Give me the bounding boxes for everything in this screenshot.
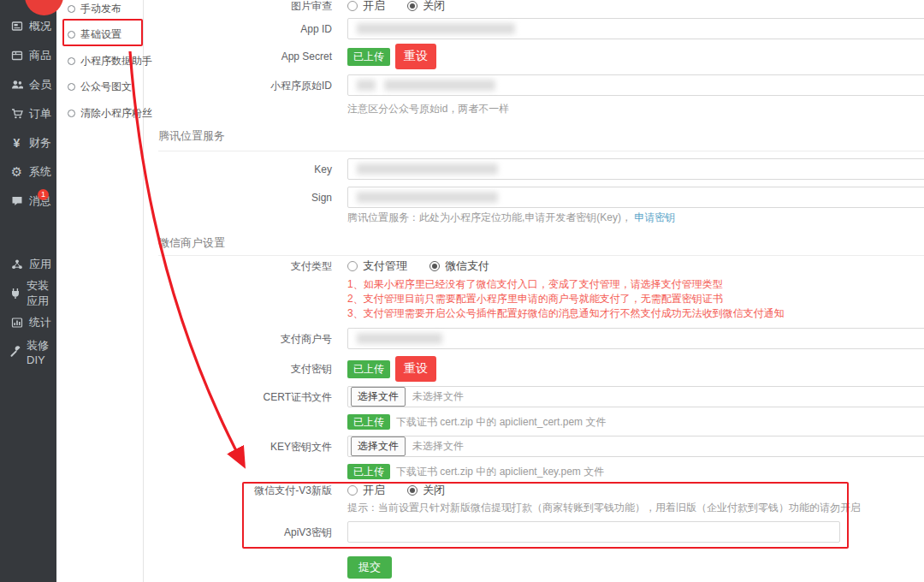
merchant-no-row: 支付商户号 <box>144 328 924 350</box>
choose-file-button[interactable]: 选择文件 <box>351 436 406 456</box>
submenu-item-label: 清除小程序粉丝 <box>80 106 152 121</box>
sidebar-item-apps[interactable]: 应用 <box>0 250 56 279</box>
page: 概况 商品 会员 订单 ¥ 财务 ⚙ 系统 消息 1 应用 <box>0 0 924 582</box>
radio-unchecked-icon[interactable] <box>347 485 358 496</box>
v3-option-on[interactable]: 开启 <box>347 483 385 498</box>
radio-unchecked-icon[interactable] <box>347 261 358 271</box>
section-divider <box>158 151 924 151</box>
key-file-note: 下载证书 cert.zip 中的 apiclient_key.pem 文件 <box>396 465 604 479</box>
sidebar-item-label: 订单 <box>29 106 51 122</box>
settings-submenu: 手动发布 基础设置 小程序数据助手 公众号图文 清除小程序粉丝 <box>56 0 144 582</box>
members-icon <box>9 79 24 91</box>
section-divider <box>158 255 924 256</box>
location-key-row: Key <box>144 158 924 181</box>
pay-type-label: 支付类型 <box>144 260 347 272</box>
sidebar-item-label: 系统 <box>29 164 51 180</box>
original-id-hint: 注意区分公众号原始id，两者不一样 <box>347 102 924 116</box>
cert-file-row: CERT证书文件 选择文件 未选择文件 已上传 下载证书 cert.zip 中的… <box>144 386 924 430</box>
sidebar-item-label: 财务 <box>29 135 51 151</box>
redacted-value <box>384 80 495 91</box>
key-file-label: KEY密钥文件 <box>144 436 347 458</box>
diy-icon <box>9 346 21 358</box>
radio-icon <box>68 5 75 13</box>
pay-key-reset-button[interactable]: 重设 <box>395 356 436 382</box>
apiv3-key-label: ApiV3密钥 <box>144 521 347 543</box>
image-review-option-off[interactable]: 关闭 <box>407 0 445 14</box>
location-key-input[interactable] <box>347 158 924 180</box>
key-file-input[interactable]: 选择文件 未选择文件 <box>347 436 924 457</box>
app-secret-row: App Secret 已上传 重设 <box>144 44 924 69</box>
pay-key-label: 支付密钥 <box>144 356 347 382</box>
pay-type-option-wechat[interactable]: 微信支付 <box>429 258 489 274</box>
sidebar-item-stats[interactable]: 统计 <box>0 308 56 337</box>
original-id-label: 小程序原始ID <box>144 74 347 97</box>
sidebar-item-members[interactable]: 会员 <box>0 70 56 99</box>
submenu-item-official-articles[interactable]: 公众号图文 <box>56 74 143 99</box>
main-sidebar: 概况 商品 会员 订单 ¥ 财务 ⚙ 系统 消息 1 应用 <box>0 0 56 582</box>
original-id-input[interactable] <box>347 74 924 96</box>
pay-type-warning-2: 2、支付管理目前只需要配置小程序里申请的商户号就能支付了，无需配置密钥证书 <box>347 292 924 306</box>
location-sign-label: Sign <box>144 187 347 209</box>
sidebar-item-overview[interactable]: 概况 <box>0 12 56 41</box>
v3-option-off[interactable]: 关闭 <box>407 483 445 498</box>
sidebar-item-goods[interactable]: 商品 <box>0 41 56 70</box>
sidebar-item-diy[interactable]: 装修DIY <box>0 337 56 366</box>
submenu-item-label: 小程序数据助手 <box>80 54 152 68</box>
submenu-item-manual-publish[interactable]: 手动发布 <box>56 0 143 21</box>
submit-button[interactable]: 提交 <box>347 556 392 579</box>
cert-file-input[interactable]: 选择文件 未选择文件 <box>347 386 924 407</box>
apiv3-key-row: ApiV3密钥 <box>144 521 924 543</box>
sidebar-item-finance[interactable]: ¥ 财务 <box>0 128 56 157</box>
app-secret-label: App Secret <box>144 44 347 69</box>
apiv3-key-input[interactable] <box>347 521 840 543</box>
submenu-item-clear-fans[interactable]: 清除小程序粉丝 <box>56 100 143 126</box>
uploaded-badge: 已上传 <box>347 360 390 378</box>
message-icon <box>9 195 24 207</box>
wechat-pay-v3-row: 微信支付-V3新版 开启 关闭 提示：当前设置只针对新版微信提现打款（商家转账到… <box>144 484 924 515</box>
uploaded-badge: 已上传 <box>347 414 390 430</box>
pay-type-warning-1: 1、如果小程序里已经没有了微信支付入口，变成了支付管理，请选择支付管理类型 <box>347 277 924 292</box>
v3-hint: 提示：当前设置只针对新版微信提现打款（商家转账到零钱功能），用着旧版（企业付款到… <box>347 501 924 515</box>
location-sign-input[interactable] <box>347 187 924 208</box>
pay-key-row: 支付密钥 已上传 重设 <box>144 356 924 382</box>
sidebar-item-messages[interactable]: 消息 1 <box>0 187 56 216</box>
location-hint: 腾讯位置服务：此处为小程序定位功能,申请开发者密钥(Key)， 申请密钥 <box>347 211 924 225</box>
sidebar-item-install-apps[interactable]: 安装应用 <box>0 279 56 308</box>
sidebar-item-label: 应用 <box>29 257 51 272</box>
redacted-value <box>357 192 498 203</box>
sidebar-spacer <box>0 216 56 250</box>
radio-checked-icon[interactable] <box>407 485 418 496</box>
image-review-option-on[interactable]: 开启 <box>347 0 385 14</box>
radio-checked-icon[interactable] <box>407 1 418 11</box>
no-file-text: 未选择文件 <box>412 439 464 454</box>
uploaded-badge: 已上传 <box>347 464 390 479</box>
radio-checked-icon[interactable] <box>429 261 440 271</box>
radio-icon <box>68 31 75 39</box>
submenu-item-label: 公众号图文 <box>80 80 132 94</box>
merchant-no-label: 支付商户号 <box>144 328 347 350</box>
merchant-no-input[interactable] <box>347 328 924 349</box>
overview-icon <box>9 21 24 33</box>
redacted-value <box>357 80 376 91</box>
message-badge: 1 <box>38 189 49 200</box>
cert-file-label: CERT证书文件 <box>144 386 347 408</box>
cert-file-note: 下载证书 cert.zip 中的 apiclient_cert.pem 文件 <box>396 415 606 430</box>
app-id-row: App ID <box>144 18 924 40</box>
submenu-item-data-assistant[interactable]: 小程序数据助手 <box>56 48 143 74</box>
apps-icon <box>9 258 24 270</box>
submenu-item-basic-settings[interactable]: 基础设置 <box>56 21 143 47</box>
choose-file-button[interactable]: 选择文件 <box>351 387 406 407</box>
app-id-input[interactable] <box>347 18 924 39</box>
section-title-wechat-merchant: 微信商户设置 <box>158 235 225 251</box>
radio-icon <box>68 83 75 91</box>
location-key-label: Key <box>144 158 347 181</box>
app-secret-reset-button[interactable]: 重设 <box>395 44 436 69</box>
radio-unchecked-icon[interactable] <box>347 1 358 11</box>
apply-key-link[interactable]: 申请密钥 <box>634 211 675 223</box>
sidebar-item-label: 会员 <box>29 77 51 92</box>
app-id-label: App ID <box>144 18 347 40</box>
pay-type-option-manage[interactable]: 支付管理 <box>347 258 407 274</box>
sidebar-item-system[interactable]: ⚙ 系统 <box>0 157 56 187</box>
submenu-item-label: 手动发布 <box>80 2 121 16</box>
sidebar-item-orders[interactable]: 订单 <box>0 99 56 128</box>
